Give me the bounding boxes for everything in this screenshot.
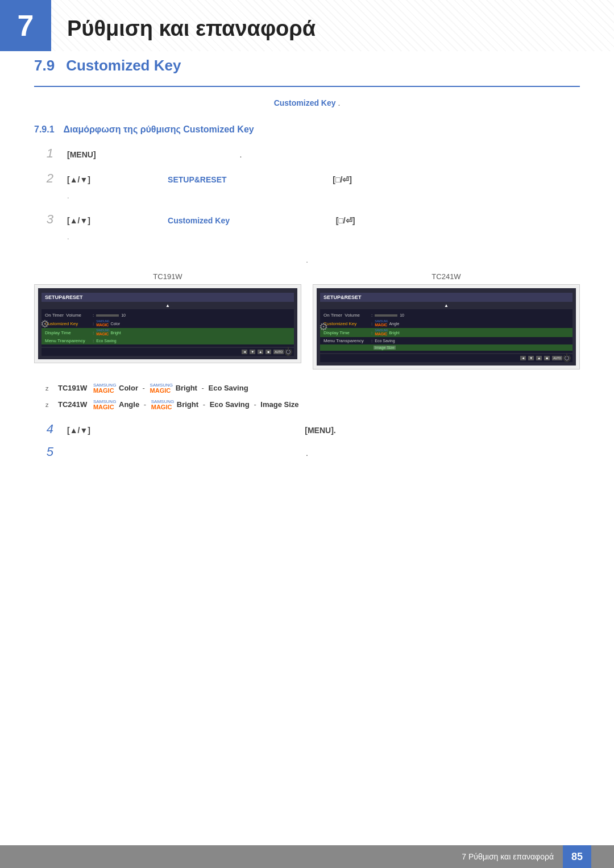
step-2: 2 [▲/▼] SETUP&RESET [□/⏎] <box>34 171 580 186</box>
ctrl-btn-left-4: ■ <box>265 350 271 354</box>
option-angle: Angle <box>119 400 139 409</box>
menu-items-left: On Timer Volume : 10 Customized <box>42 309 294 347</box>
main-content: 7.9 Customized Key Customized Key . 7.9.… <box>0 57 614 501</box>
section-title: Customized Key <box>66 57 181 74</box>
ctrl-btn-right-3: ▲ <box>536 356 542 360</box>
section-heading: 7.9 Customized Key <box>34 57 580 74</box>
option-eco-1: Eco Saving <box>209 384 248 392</box>
monitor-frame-left: ⚙ SETUP&RESET ▲ On Timer Volume : <box>34 284 301 363</box>
monitor-frame-right: ⚙ SETUP&RESET ▲ On Timer Volume : <box>313 284 580 369</box>
section-number: 7.9 <box>34 57 55 74</box>
subsection-number: 7.9.1 <box>34 124 55 135</box>
footer-page-number: 85 <box>563 845 591 868</box>
menu-header-right: SETUP&RESET <box>320 293 572 302</box>
options-tc241w: z TC241W SAMSUNG MAGIC Angle - SAMSUNG M… <box>45 400 580 410</box>
chapter-title: Ρύθμιση και επαναφορά <box>67 0 316 51</box>
section-divider <box>34 86 580 87</box>
subsection-title: Διαμόρφωση της ρύθμισης Customized Key <box>64 124 254 135</box>
monitor-label-right: TC241W <box>313 272 580 281</box>
step-3: 3 [▲/▼] Customized Key [□/⏎] <box>34 212 580 227</box>
footer-step-4: 4 [▲/▼] [MENU]. <box>34 422 580 437</box>
step-text-5: . <box>67 447 308 459</box>
menu-row-3-right: Display Time : SAMSUNG MAGIC Bright <box>320 328 572 337</box>
page-footer: 7 Ρύθμιση και επαναφορά 85 <box>0 845 614 868</box>
monitor-controls-left: ◄ ▼ ▲ ■ AUTO ⏻ <box>42 348 294 356</box>
gear-icon-right: ⚙ <box>319 321 328 333</box>
menu-row-1-right: On Timer Volume : 10 <box>320 312 572 319</box>
ctrl-btn-left-2: ▼ <box>250 350 255 354</box>
monitor-tc191w: TC191W ⚙ SETUP&RESET ▲ On Timer Volume : <box>34 272 301 369</box>
step-3-sub: . <box>34 231 580 243</box>
monitor-tc241w: TC241W ⚙ SETUP&RESET ▲ On Timer Volume : <box>313 272 580 369</box>
step-1: 1 [MENU] . <box>34 146 580 161</box>
option-eco-2: Eco Saving <box>210 400 250 409</box>
menu-up-arrow-left: ▲ <box>42 303 294 308</box>
menu-row-2-left: Customized Key : SAMSUNG MAGIC Color <box>42 319 294 328</box>
step-number-4: 4 <box>40 422 53 437</box>
subsection-heading: 7.9.1 Διαμόρφωση της ρύθμισης Customized… <box>34 124 580 135</box>
step-text-4: [▲/▼] [MENU]. <box>67 425 336 437</box>
menu-row-5-right: Image Size <box>320 344 572 351</box>
footer-step-5: 5 . <box>34 445 580 459</box>
step-text-3: [▲/▼] Customized Key [□/⏎] <box>67 215 355 227</box>
options-tc191w: z TC191W SAMSUNG MAGIC Color - SAMSUNG M… <box>45 383 580 394</box>
ctrl-btn-right-1: ◄ <box>520 356 526 360</box>
menu-header-left: SETUP&RESET <box>42 293 294 302</box>
menu-up-arrow-right: ▲ <box>320 303 572 308</box>
intro-keyword: Customized Key <box>274 98 336 107</box>
ctrl-auto-left: AUTO <box>273 350 284 354</box>
ctrl-btn-left-1: ◄ <box>242 350 247 354</box>
footer-steps: 4 [▲/▼] [MENU]. 5 <box>34 422 580 459</box>
menu-row-2-right: Customized Key : SAMSUNG MAGIC Angle <box>320 319 572 328</box>
steps-list: 1 [MENU] . 2 [▲/▼] S <box>34 146 580 242</box>
step-text-2: [▲/▼] SETUP&RESET [□/⏎] <box>67 174 352 186</box>
options-list: z TC191W SAMSUNG MAGIC Color - SAMSUNG M… <box>34 383 580 410</box>
ctrl-auto-right: AUTO <box>552 356 562 360</box>
ctrl-btn-left-3: ▲ <box>258 350 263 354</box>
menu-row-4-left: Menu Transparency : Eco Saving <box>42 337 294 344</box>
ctrl-power-right: ⏻ <box>565 356 569 360</box>
ctrl-btn-right-4: ■ <box>544 356 550 360</box>
info-text: . <box>34 256 580 264</box>
step-number-2: 2 <box>40 171 53 186</box>
monitor-inner-left: SETUP&RESET ▲ On Timer Volume : 10 <box>38 288 297 359</box>
step-number-5: 5 <box>40 445 53 459</box>
footer-chapter-ref: 7 Ρύθμιση και επαναφορά <box>462 852 554 861</box>
menu-row-3-left: Display Time : SAMSUNG MAGIC Bright <box>42 328 294 337</box>
menu-items-right: On Timer Volume : 10 Customized <box>320 309 572 353</box>
monitor-inner-right: SETUP&RESET ▲ On Timer Volume : 10 <box>317 288 576 366</box>
option-bright-2: Bright <box>177 400 198 409</box>
ctrl-btn-right-2: ▼ <box>528 356 534 360</box>
ctrl-power-left: ⏻ <box>286 350 291 354</box>
chapter-header: 7 Ρύθμιση και επαναφορά <box>0 0 614 51</box>
chapter-number: 7 <box>0 0 51 51</box>
monitor-label-left: TC191W <box>34 272 301 281</box>
step-number-1: 1 <box>40 146 53 161</box>
menu-row-4-right: Menu Transparency : Eco Saving <box>320 337 572 344</box>
gear-icon-left: ⚙ <box>40 318 49 330</box>
monitor-controls-right: ◄ ▼ ▲ ■ AUTO ⏻ <box>320 354 572 362</box>
monitors-area: TC191W ⚙ SETUP&RESET ▲ On Timer Volume : <box>34 272 580 369</box>
step-number-3: 3 <box>40 212 53 227</box>
option-image-size: Image Size <box>260 400 298 409</box>
step-2-sub: . <box>34 190 580 202</box>
intro-suffix: . <box>338 98 340 107</box>
intro-line: Customized Key . <box>34 98 580 107</box>
step-text-1: [MENU] . <box>67 149 242 161</box>
option-bright-1: Bright <box>176 384 197 392</box>
option-color: Color <box>119 384 138 392</box>
menu-row-1-left: On Timer Volume : 10 <box>42 312 294 319</box>
